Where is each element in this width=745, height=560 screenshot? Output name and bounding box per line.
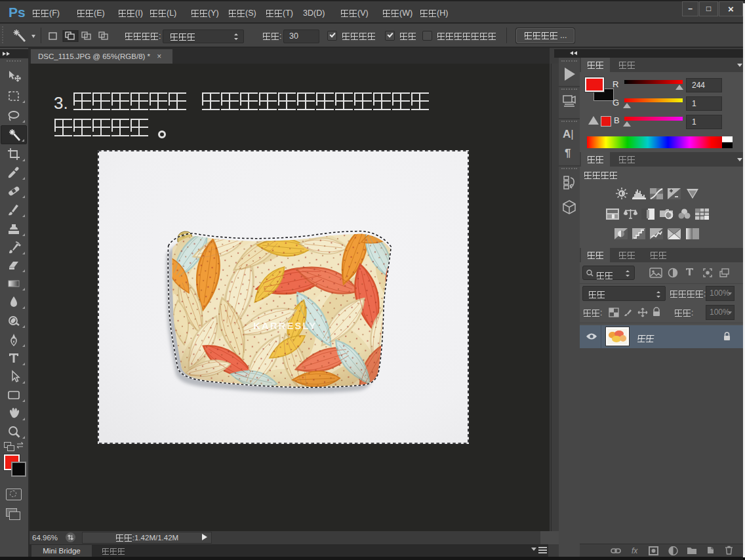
svg-text:KARRESLY: KARRESLY (253, 320, 317, 331)
